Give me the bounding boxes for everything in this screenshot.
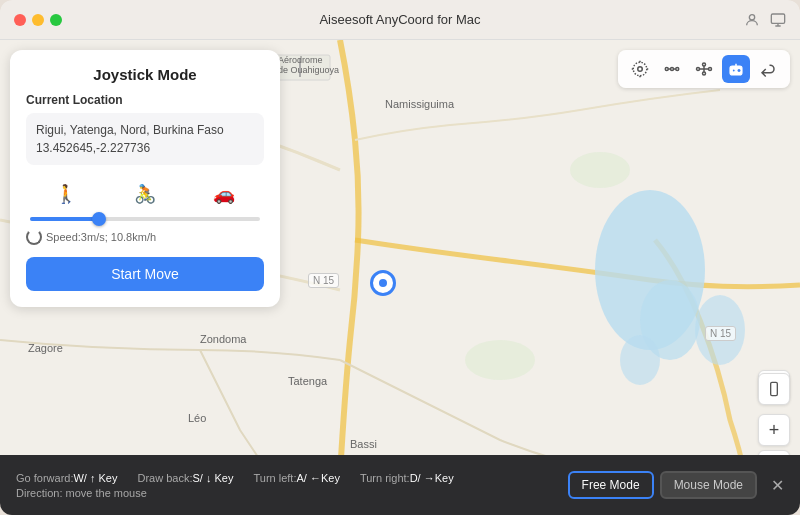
speed-slider-track-bg[interactable] [30, 217, 260, 221]
svg-point-20 [665, 68, 668, 71]
road-label-n15-left: N 15 [308, 273, 339, 288]
svg-point-10 [465, 340, 535, 380]
teleport-mode-btn[interactable] [626, 55, 654, 83]
panel-title: Joystick Mode [26, 66, 264, 83]
mouse-mode-btn[interactable]: Mouse Mode [660, 471, 757, 499]
start-move-button[interactable]: Start Move [26, 257, 264, 291]
walk-mode-btn[interactable]: 🚶 [47, 179, 85, 209]
device-icon-btn[interactable] [758, 373, 790, 405]
right-hint: Turn right:D/ →Key [360, 472, 454, 484]
location-coords: 13.452645,-2.227736 [36, 141, 150, 155]
joystick-mode-btn[interactable] [722, 55, 750, 83]
export-btn[interactable] [754, 55, 782, 83]
screen-icon[interactable] [770, 12, 786, 28]
keyboard-hints: Go forward:W/ ↑ Key Draw back:S/ ↓ Key T… [16, 472, 568, 499]
svg-point-7 [620, 335, 660, 385]
car-mode-btn[interactable]: 🚗 [205, 179, 243, 209]
svg-point-28 [703, 72, 706, 75]
svg-point-21 [676, 68, 679, 71]
location-marker [370, 270, 396, 296]
svg-point-22 [671, 68, 674, 71]
direction-hint: Direction: move the mouse [16, 487, 147, 499]
speed-label: Speed:3m/s; 10.8km/h [26, 229, 264, 245]
route-mode-btn[interactable] [658, 55, 686, 83]
svg-point-14 [638, 67, 643, 72]
maximize-button[interactable] [50, 14, 62, 26]
svg-point-25 [697, 68, 700, 71]
location-box: Rigui, Yatenga, Nord, Burkina Faso 13.45… [26, 113, 264, 165]
svg-point-0 [749, 14, 754, 19]
titlebar-icons [744, 12, 786, 28]
back-hint: Draw back:S/ ↓ Key [137, 472, 233, 484]
road-label-n15-right: N 15 [705, 326, 736, 341]
svg-point-11 [570, 152, 630, 188]
transport-modes: 🚶 🚴 🚗 [26, 179, 264, 209]
bottom-bar: Go forward:W/ ↑ Key Draw back:S/ ↓ Key T… [0, 455, 800, 515]
close-bottom-btn[interactable]: ✕ [771, 476, 784, 495]
speed-slider-fill [30, 217, 99, 221]
main-content: Aérodromede Ouahiguoya Namissiguima Zond… [0, 40, 800, 475]
minimize-button[interactable] [32, 14, 44, 26]
svg-point-27 [709, 68, 712, 71]
traffic-lights [14, 14, 62, 26]
titlebar: Aiseesoft AnyCoord for Mac [0, 0, 800, 40]
speed-slider-container [26, 217, 264, 221]
svg-rect-42 [771, 382, 778, 395]
svg-point-26 [703, 63, 706, 66]
sidebar-panel: Joystick Mode Current Location Rigui, Ya… [10, 50, 280, 307]
zoom-in-btn[interactable]: + [758, 414, 790, 446]
bike-mode-btn[interactable]: 🚴 [126, 179, 164, 209]
app-title: Aiseesoft AnyCoord for Mac [319, 12, 480, 27]
location-name: Rigui, Yatenga, Nord, Burkina Faso [36, 123, 224, 137]
svg-point-15 [633, 62, 647, 76]
svg-rect-1 [771, 14, 784, 23]
left-hint: Turn left:A/ ←Key [253, 472, 339, 484]
speed-icon [26, 229, 42, 245]
speed-slider-thumb[interactable] [92, 212, 106, 226]
close-button[interactable] [14, 14, 26, 26]
map-toolbar [618, 50, 790, 88]
mode-buttons: Free Mode Mouse Mode ✕ [568, 471, 784, 499]
svg-point-32 [732, 69, 735, 72]
forward-hint: Go forward:W/ ↑ Key [16, 472, 117, 484]
panel-subtitle: Current Location [26, 93, 264, 107]
free-mode-btn[interactable]: Free Mode [568, 471, 654, 499]
multi-route-btn[interactable] [690, 55, 718, 83]
user-icon[interactable] [744, 12, 760, 28]
